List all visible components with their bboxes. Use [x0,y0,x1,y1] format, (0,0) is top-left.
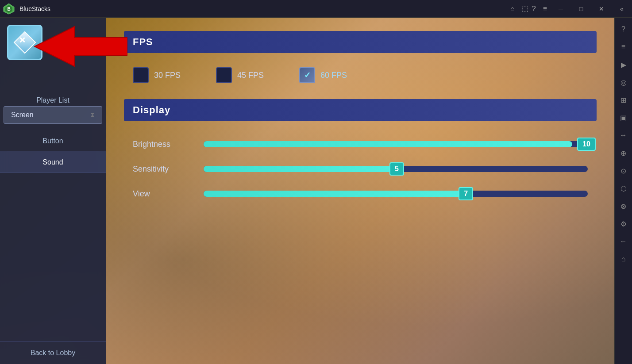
display-title: Display [133,104,170,115]
right-icon-play[interactable]: ▶ [616,57,632,73]
fps-30-label: 30 FPS [154,71,181,80]
right-sidebar: ? ≡ ▶ ◎ ⊞ ▣ ↔ ⊕ ⊙ ⬡ ⊗ ⚙ ← ⌂ [614,18,632,364]
display-section-header: Display [124,99,597,121]
right-icon-circle[interactable]: ⊙ [616,163,632,179]
right-icon-add[interactable]: ⊕ [616,145,632,161]
restore-button[interactable]: □ [571,0,591,18]
right-icon-hex[interactable]: ⬡ [616,180,632,196]
sensitivity-row: Sensitivity 5 [124,157,597,181]
display-section: Display Brightness 10 Sensitivity 5 [124,99,597,206]
brightness-value: 10 [577,138,596,151]
back-to-lobby-button[interactable]: Back to Lobby [0,341,106,364]
view-row: View 7 [124,181,597,206]
view-track: 7 [204,191,588,197]
fps-60-option[interactable]: 60 FPS [299,67,347,83]
right-icon-settings[interactable]: ⚙ [616,216,632,232]
screen-tab[interactable]: Screen ⊞ [4,106,102,124]
right-icon-home[interactable]: ⌂ [616,251,632,267]
left-panel: + Player List Screen ⊞ Button Sound Back… [0,18,106,364]
expand-button[interactable]: « [612,0,632,18]
brightness-fill [204,141,572,147]
brightness-slider[interactable]: 10 [204,139,588,149]
brightness-label: Brightness [133,140,195,149]
fps-60-label: 60 FPS [320,71,347,80]
right-icon-resize[interactable]: ↔ [616,127,632,143]
fps-60-checkbox[interactable] [299,67,315,83]
right-icon-back[interactable]: ← [616,234,632,249]
app-logo: B [0,0,18,18]
minimize-button[interactable]: ─ [551,0,571,18]
app-name: BlueStacks [19,5,510,12]
screen-tab-label: Screen [11,111,87,119]
view-label: View [133,189,195,199]
sensitivity-value: 5 [389,162,404,176]
home-nav-icon[interactable]: ⌂ [510,5,515,13]
sensitivity-track: 5 [204,166,588,172]
right-icon-menu[interactable]: ≡ [616,39,632,55]
avatar[interactable]: + [7,25,42,60]
fps-45-label: 45 FPS [237,71,264,80]
right-icon-grid[interactable]: ⊞ [616,92,632,108]
avatar-plus-icon: + [15,32,30,47]
window-nav-icon[interactable]: ⬚ [522,4,528,13]
fps-options: 30 FPS 45 FPS 60 FPS [124,64,597,96]
right-icon-target[interactable]: ◎ [616,74,632,90]
titlebar: B BlueStacks ⌂ ⬚ ? ≡ ─ □ ✕ « [0,0,632,18]
spacer [0,173,106,341]
button-nav[interactable]: Button [0,131,106,152]
menu-icon[interactable]: ≡ [543,5,547,13]
window-controls: ─ □ ✕ « [551,0,632,18]
player-list-label: Player List [0,93,106,106]
avatar-area: + [0,18,106,93]
fps-45-checkbox[interactable] [216,67,232,83]
nav-icons: ⌂ ⬚ [510,4,528,13]
brightness-track: 10 [204,141,588,147]
fps-30-option[interactable]: 30 FPS [133,67,181,83]
fps-title: FPS [133,36,153,47]
avatar-diamond: + [14,31,36,54]
sensitivity-slider[interactable]: 5 [204,164,588,174]
view-value: 7 [459,187,473,200]
fps-section-header: FPS [124,31,597,53]
sensitivity-label: Sensitivity [133,165,195,174]
sound-nav[interactable]: Sound [0,152,106,173]
sensitivity-fill [204,166,396,172]
brightness-row: Brightness 10 [124,132,597,157]
fps-30-checkbox[interactable] [133,67,149,83]
main-content: FPS 30 FPS 45 FPS 60 FPS Display Brightn… [106,18,614,364]
right-icon-help[interactable]: ? [616,21,632,37]
screen-tab-icon: ⊞ [90,112,95,118]
view-slider[interactable]: 7 [204,188,588,199]
view-fill [204,191,465,197]
svg-text:B: B [7,7,10,11]
fps-45-option[interactable]: 45 FPS [216,67,264,83]
right-icon-close2[interactable]: ⊗ [616,198,632,214]
close-button[interactable]: ✕ [591,0,612,18]
right-icon-app[interactable]: ▣ [616,110,632,126]
help-icon[interactable]: ? [532,5,536,13]
